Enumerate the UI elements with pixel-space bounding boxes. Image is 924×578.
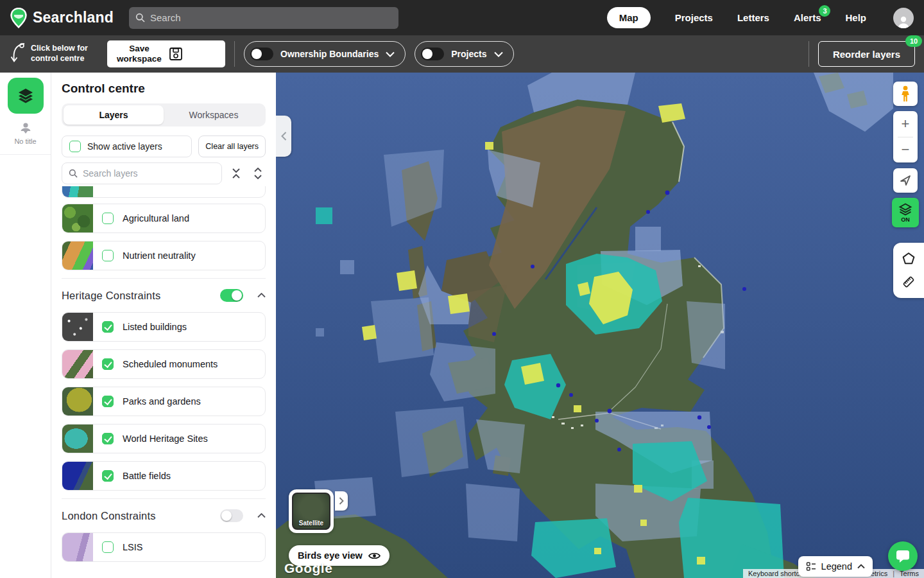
map-viewport[interactable]: + − ON Satellite (276, 73, 924, 578)
map-type-control[interactable]: Satellite (289, 489, 334, 533)
chevron-up-icon[interactable] (257, 513, 266, 518)
layer-checkbox[interactable] (102, 321, 114, 333)
save-floppy-icon (169, 47, 218, 61)
layer-label: Nutrient neutrality (123, 250, 196, 261)
layer-item-nutrient-neutrality[interactable]: Nutrient neutrality (62, 241, 266, 270)
chat-support-button[interactable] (888, 541, 918, 571)
show-active-layers-control[interactable]: Show active layers (62, 136, 192, 157)
brand[interactable]: Searchland (10, 8, 114, 28)
layer-item-parks-and-gardens[interactable]: Parks and gardens (62, 387, 266, 416)
map-layers-on-button[interactable]: ON (892, 198, 919, 227)
layer-checkbox[interactable] (102, 213, 114, 224)
projects-pill[interactable]: Projects (415, 41, 513, 67)
chat-bubble-icon (895, 549, 911, 563)
layer-list[interactable]: Agricultural land Nutrient neutrality He… (62, 186, 266, 578)
layer-label: Scheduled monuments (123, 359, 218, 369)
nav-item-projects[interactable]: Projects (675, 12, 713, 23)
heritage-constraints-toggle[interactable] (220, 289, 243, 302)
layer-label: World Heritage Sites (123, 434, 208, 444)
legend-button[interactable]: Legend (798, 556, 873, 577)
eye-icon (368, 552, 381, 560)
navbar-links: Map Projects Letters Alerts 3 Help (607, 7, 914, 28)
draw-polygon-icon[interactable] (902, 252, 916, 266)
save-workspace-label: Save workspace (115, 44, 164, 64)
layer-label: Agricultural land (123, 213, 189, 223)
section-title: London Constraints (62, 510, 156, 522)
tab-workspaces[interactable]: Workspaces (164, 105, 264, 125)
zoom-in-button[interactable]: + (893, 111, 918, 137)
map-type-label: Satellite (293, 520, 329, 527)
toolbar-divider (234, 41, 235, 67)
search-input[interactable] (150, 12, 392, 23)
chevron-up-icon[interactable] (257, 293, 266, 298)
layer-item-battle-fields[interactable]: Battle fields (62, 461, 266, 491)
section-title: Heritage Constraints (62, 290, 160, 302)
layer-search[interactable] (62, 162, 222, 184)
collapse-all-icon[interactable] (228, 162, 244, 184)
chevron-down-icon (386, 51, 395, 57)
locate-navigate-button[interactable] (893, 168, 918, 193)
layer-search-input[interactable] (83, 168, 215, 179)
layer-item-lsis[interactable]: LSIS (62, 532, 266, 562)
layer-thumbnail (62, 461, 93, 491)
layer-checkbox[interactable] (102, 250, 114, 261)
layer-thumbnail (62, 532, 93, 562)
layers-panel-button[interactable] (8, 78, 44, 114)
section-london-constraints: London Constraints (62, 509, 266, 522)
save-workspace-button[interactable]: Save workspace (107, 40, 225, 67)
brand-name: Searchland (33, 9, 114, 26)
section-divider (62, 498, 266, 499)
layer-label: Battle fields (123, 471, 171, 481)
layer-checkbox[interactable] (102, 433, 114, 444)
expand-all-icon[interactable] (250, 162, 266, 184)
layer-item-world-heritage-sites[interactable]: World Heritage Sites (62, 424, 266, 453)
show-active-layers-checkbox[interactable] (69, 141, 81, 152)
layer-checkbox[interactable] (102, 358, 114, 370)
layer-item-agricultural-land[interactable]: Agricultural land (62, 204, 266, 233)
ownership-boundaries-pill[interactable]: Ownership Boundaries (244, 41, 406, 67)
layer-checkbox[interactable] (102, 396, 114, 407)
control-centre-hint: Click below forcontrol centre (9, 41, 98, 67)
nav-item-map[interactable]: Map (607, 7, 651, 28)
layer-thumbnail (62, 204, 93, 233)
tab-layers[interactable]: Layers (64, 105, 164, 125)
layer-item-listed-buildings[interactable]: Listed buildings (62, 312, 266, 342)
search-icon (69, 169, 78, 178)
scrolled-layer-item-partial (62, 186, 266, 198)
projects-toggle[interactable] (421, 48, 444, 60)
show-active-layers-label: Show active layers (87, 141, 162, 152)
map-canvas[interactable] (276, 73, 924, 578)
layers-on-label: ON (901, 216, 910, 223)
chevron-down-icon (494, 51, 503, 57)
avatar[interactable] (893, 8, 914, 28)
search-icon (135, 13, 145, 22)
london-constraints-toggle[interactable] (220, 509, 243, 522)
top-navbar: Searchland Map Projects Letters Alerts 3… (0, 0, 924, 35)
nav-item-letters[interactable]: Letters (737, 12, 769, 23)
layer-thumbnail (62, 349, 93, 379)
panel-collapse-handle[interactable] (276, 116, 291, 157)
global-search[interactable] (129, 7, 398, 29)
nav-item-alerts[interactable]: Alerts 3 (794, 12, 821, 23)
projects-pill-label: Projects (451, 49, 486, 59)
ownership-boundaries-toggle[interactable] (250, 48, 273, 60)
workspace-no-title[interactable]: No title (0, 121, 51, 155)
zoom-out-button[interactable]: − (893, 137, 918, 162)
hint-text: Click below forcontrol centre (31, 44, 98, 64)
layer-item-scheduled-monuments[interactable]: Scheduled monuments (62, 349, 266, 379)
mini-sidebar: No title (0, 73, 51, 578)
layer-checkbox[interactable] (102, 541, 114, 553)
layer-checkbox[interactable] (102, 470, 114, 482)
chevron-up-icon (857, 564, 865, 569)
clear-all-layers-button[interactable]: Clear all layers (198, 136, 266, 157)
reorder-layers-button[interactable]: Reorder layers 10 (818, 41, 915, 67)
layers-stack-icon (17, 87, 35, 105)
reorder-count-badge: 10 (905, 35, 922, 47)
nav-item-help[interactable]: Help (845, 12, 866, 23)
strip-divider: | (893, 570, 894, 577)
google-attribution-logo: Google (284, 561, 332, 576)
pegman-streetview-button[interactable] (893, 82, 918, 106)
curved-arrow-icon (9, 41, 26, 67)
measure-ruler-icon[interactable] (902, 275, 916, 289)
map-type-expand-chevron[interactable] (335, 491, 348, 511)
